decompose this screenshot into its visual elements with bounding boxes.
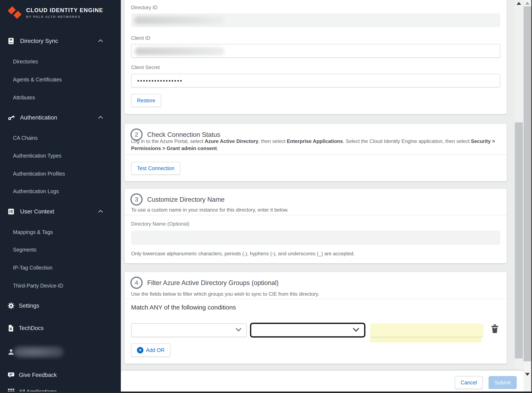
- filter-groups-card: 4 Filter Azure Active Directory Groups (…: [125, 272, 507, 364]
- condition-value-input[interactable]: [370, 324, 483, 337]
- step-number-badge: 4: [130, 277, 143, 289]
- client-id-field[interactable]: [131, 44, 500, 58]
- chevron-up-icon[interactable]: [98, 210, 103, 213]
- chevron-up-icon[interactable]: [98, 39, 103, 43]
- directory-id-label: Directory ID: [131, 5, 158, 10]
- section-description: Log in to the Azure Portal, select Azure…: [131, 138, 499, 152]
- client-secret-masked-value: ••••••••••••••••: [137, 74, 183, 88]
- directory-name-label: Directory Name (Optional): [131, 221, 189, 227]
- content-scrollbar-thumb[interactable]: [515, 123, 523, 359]
- section-title: Customize Directory Name: [147, 196, 225, 203]
- restore-button[interactable]: Restore: [131, 94, 161, 107]
- section-title: Check Connection Status: [147, 131, 220, 138]
- key-icon: [7, 114, 15, 122]
- submit-button[interactable]: Submit: [489, 376, 517, 389]
- sidebar: CLOUD IDENTITY ENGINE BY PALO ALTO NETWO…: [0, 0, 121, 393]
- form-action-bar: Cancel Submit: [121, 371, 524, 393]
- screen-right-edge: [531, 0, 532, 393]
- sidebar-item-give-feedback[interactable]: Give Feedback: [0, 368, 121, 382]
- sidebar-item-ca-chains[interactable]: CA Chains: [0, 131, 121, 145]
- section-title: Filter Azure Active Directory Groups (op…: [147, 279, 279, 287]
- section-description: To use a custom name in your instance fo…: [131, 206, 499, 213]
- step-number-badge: 3: [130, 193, 143, 206]
- app-logo-text: CLOUD IDENTITY ENGINE BY PALO ALTO NETWO…: [26, 7, 103, 18]
- sidebar-item-techdocs[interactable]: TechDocs: [0, 321, 121, 335]
- client-secret-label: Client Secret: [131, 64, 160, 70]
- app-subtitle: BY PALO ALTO NETWORKS: [26, 15, 103, 18]
- cancel-button[interactable]: Cancel: [455, 376, 483, 389]
- screen-bottom-edge: [0, 392, 532, 393]
- list-icon: [7, 208, 15, 216]
- redacted-value: [134, 16, 224, 24]
- divider: [125, 215, 507, 215]
- sidebar-item-ip-tag-collection[interactable]: IP-Tag Collection: [0, 261, 121, 274]
- content-scrollbar[interactable]: [515, 0, 523, 371]
- book-icon: [7, 37, 15, 45]
- sidebar-item-directory-sync[interactable]: Directory Sync: [0, 34, 121, 48]
- directory-id-field: [131, 13, 500, 27]
- divider: [125, 299, 507, 299]
- sidebar-item-agents-certificates[interactable]: Agents & Certificates: [0, 73, 121, 86]
- test-connection-button[interactable]: Test Connection: [131, 162, 180, 175]
- chevron-up-icon[interactable]: [98, 116, 103, 119]
- sidebar-item-attributes[interactable]: Attributes: [0, 91, 121, 104]
- speech-bubble-icon: [7, 371, 15, 379]
- sidebar-item-settings[interactable]: Settings: [0, 299, 121, 312]
- sidebar-item-authentication-profiles[interactable]: Authentication Profiles: [0, 167, 121, 180]
- palo-alto-logo-icon: [7, 6, 23, 19]
- app-logo: CLOUD IDENTITY ENGINE BY PALO ALTO NETWO…: [7, 6, 103, 19]
- divider: [125, 154, 507, 155]
- client-id-label: Client ID: [131, 35, 150, 41]
- sidebar-item-user-account[interactable]: [0, 345, 121, 359]
- scroll-up-arrow-icon[interactable]: [525, 2, 529, 5]
- sidebar-item-third-party-device-id[interactable]: Third-Party Device-ID: [0, 279, 121, 292]
- cloud-identity-engine-window: CLOUD IDENTITY ENGINE BY PALO ALTO NETWO…: [0, 0, 532, 393]
- sidebar-item-segments[interactable]: Segments: [0, 243, 121, 256]
- window-scrollbar-thumb[interactable]: [524, 6, 531, 361]
- doc-icon: [7, 324, 15, 332]
- sidebar-item-authentication-types[interactable]: Authentication Types: [0, 149, 121, 162]
- gear-icon: [7, 302, 15, 310]
- trash-icon[interactable]: [491, 324, 499, 333]
- window-scrollbar[interactable]: [524, 0, 531, 393]
- chevron-down-icon: [235, 328, 241, 333]
- sidebar-item-directories[interactable]: Directories: [0, 55, 121, 68]
- section-description: Use the fields below to filter which gro…: [131, 290, 499, 298]
- scroll-down-arrow-icon[interactable]: [525, 373, 530, 376]
- match-conditions-heading: Match ANY of the following conditions: [131, 304, 236, 311]
- credentials-card: Directory ID Client ID Client Secret •••…: [125, 0, 507, 114]
- client-secret-field[interactable]: ••••••••••••••••: [131, 74, 500, 88]
- sidebar-item-authentication[interactable]: Authentication: [0, 111, 121, 124]
- sidebar-item-user-context[interactable]: User Context: [0, 205, 121, 218]
- customize-directory-name-card: 3 Customize Directory Name To use a cust…: [125, 189, 507, 263]
- plus-icon: +: [137, 347, 144, 354]
- redacted-username: [14, 346, 63, 358]
- directory-name-input[interactable]: [131, 231, 500, 245]
- chevron-down-icon: [353, 328, 359, 333]
- sidebar-item-authentication-logs[interactable]: Authentication Logs: [0, 185, 121, 198]
- directory-name-hint: Only lowercase alphanumeric characters, …: [131, 251, 355, 256]
- add-or-button[interactable]: + Add OR: [131, 344, 170, 357]
- scroll-up-arrow-icon[interactable]: [517, 2, 521, 5]
- app-title: CLOUD IDENTITY ENGINE: [26, 7, 103, 14]
- check-connection-status-card: 2 Check Connection Status Log in to the …: [125, 124, 507, 181]
- attribute-select[interactable]: [131, 323, 247, 337]
- redacted-value: [135, 47, 225, 55]
- sidebar-item-mappings-tags[interactable]: Mappings & Tags: [0, 225, 121, 239]
- operator-select[interactable]: [250, 323, 365, 338]
